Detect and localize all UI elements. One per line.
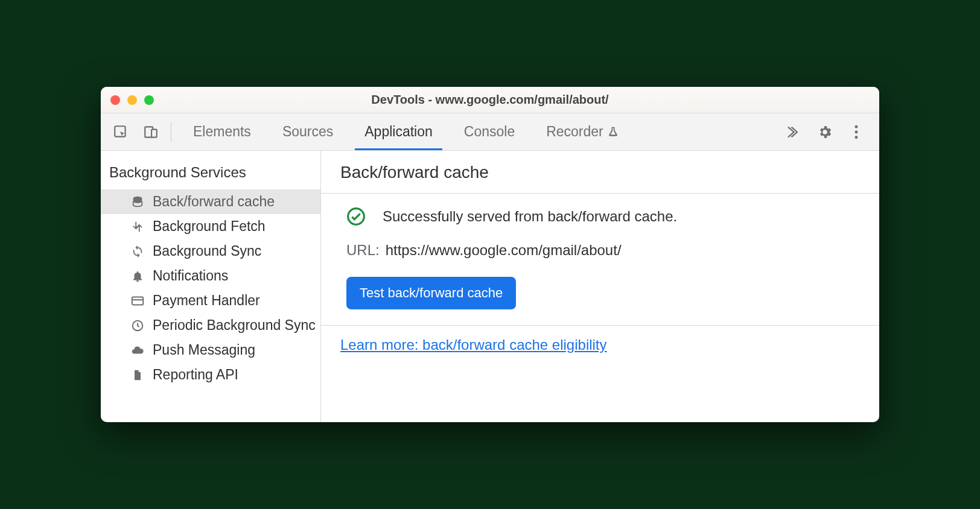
status-row: Successfully served from back/forward ca… xyxy=(346,207,860,226)
sidebar-item-periodic-sync[interactable]: Periodic Background Sync xyxy=(101,313,320,338)
sidebar-item-label: Periodic Background Sync xyxy=(153,317,316,334)
tab-label: Console xyxy=(464,124,515,140)
bell-icon xyxy=(130,270,145,283)
minimize-window-button[interactable] xyxy=(127,95,137,105)
more-tabs-icon[interactable] xyxy=(780,124,807,140)
svg-rect-0 xyxy=(115,126,125,136)
main-panel: Back/forward cache Successfully served f… xyxy=(321,151,879,422)
sidebar-item-label: Reporting API xyxy=(153,367,238,383)
experiment-flask-icon xyxy=(607,126,619,138)
device-toggle-icon[interactable] xyxy=(137,113,165,150)
panel-title: Back/forward cache xyxy=(321,151,879,194)
url-row: URL: https://www.google.com/gmail/about/ xyxy=(346,242,860,259)
panel-body: Background Services Back/forward cache B… xyxy=(101,151,879,422)
cloud-icon xyxy=(130,344,145,357)
inspect-element-icon[interactable] xyxy=(107,113,135,150)
sidebar-heading: Background Services xyxy=(101,158,320,189)
test-bfcache-button[interactable]: Test back/forward cache xyxy=(346,277,516,309)
sidebar-item-push-messaging[interactable]: Push Messaging xyxy=(101,338,320,362)
toolbar: Elements Sources Application Console Rec… xyxy=(101,113,879,151)
file-icon xyxy=(130,368,145,382)
learn-more-link[interactable]: Learn more: back/forward cache eligibili… xyxy=(340,337,607,353)
fetch-arrows-icon xyxy=(130,220,145,233)
credit-card-icon xyxy=(130,294,145,308)
settings-gear-icon[interactable] xyxy=(812,124,838,140)
tab-label: Application xyxy=(364,124,433,140)
sidebar-item-notifications[interactable]: Notifications xyxy=(101,264,320,288)
tab-console[interactable]: Console xyxy=(448,113,530,150)
sidebar-item-background-sync[interactable]: Background Sync xyxy=(101,239,320,264)
sidebar-item-background-fetch[interactable]: Background Fetch xyxy=(101,214,320,239)
svg-rect-2 xyxy=(151,129,157,137)
tab-sources[interactable]: Sources xyxy=(267,113,349,150)
tab-label: Sources xyxy=(282,124,333,140)
status-block: Successfully served from back/forward ca… xyxy=(321,194,879,326)
traffic-lights xyxy=(101,95,154,105)
database-icon xyxy=(130,195,145,209)
url-label: URL: xyxy=(346,242,380,259)
status-text: Successfully served from back/forward ca… xyxy=(383,208,677,225)
close-window-button[interactable] xyxy=(110,95,120,105)
devtools-window: DevTools - www.google.com/gmail/about/ E… xyxy=(101,87,879,422)
tab-label: Recorder xyxy=(546,124,603,140)
svg-point-3 xyxy=(855,125,858,128)
zoom-window-button[interactable] xyxy=(144,95,154,105)
svg-point-4 xyxy=(855,130,858,133)
footer-block: Learn more: back/forward cache eligibili… xyxy=(321,326,879,364)
panel-tabs: Elements Sources Application Console Rec… xyxy=(177,113,778,150)
tab-application[interactable]: Application xyxy=(349,113,448,150)
toolbar-right xyxy=(780,113,873,150)
svg-rect-7 xyxy=(132,297,143,305)
sidebar-item-payment-handler[interactable]: Payment Handler xyxy=(101,288,320,313)
clock-icon xyxy=(130,319,145,332)
success-check-icon xyxy=(346,207,366,226)
kebab-menu-icon[interactable] xyxy=(843,124,870,140)
sync-icon xyxy=(130,245,145,258)
titlebar: DevTools - www.google.com/gmail/about/ xyxy=(101,87,879,113)
svg-point-5 xyxy=(855,136,858,139)
tab-label: Elements xyxy=(193,124,251,140)
sidebar: Background Services Back/forward cache B… xyxy=(101,151,321,422)
sidebar-item-reporting-api[interactable]: Reporting API xyxy=(101,362,320,387)
tab-elements[interactable]: Elements xyxy=(177,113,267,150)
sidebar-item-label: Payment Handler xyxy=(153,292,260,309)
sidebar-item-label: Push Messaging xyxy=(153,342,255,358)
sidebar-item-label: Notifications xyxy=(153,268,228,284)
toolbar-divider xyxy=(171,122,171,142)
tab-recorder[interactable]: Recorder xyxy=(530,113,635,150)
sidebar-item-label: Back/forward cache xyxy=(153,194,275,210)
sidebar-item-label: Background Fetch xyxy=(153,218,266,235)
url-value: https://www.google.com/gmail/about/ xyxy=(386,242,622,259)
sidebar-item-bfcache[interactable]: Back/forward cache xyxy=(101,189,320,214)
window-title: DevTools - www.google.com/gmail/about/ xyxy=(101,93,879,107)
sidebar-item-label: Background Sync xyxy=(153,243,261,259)
